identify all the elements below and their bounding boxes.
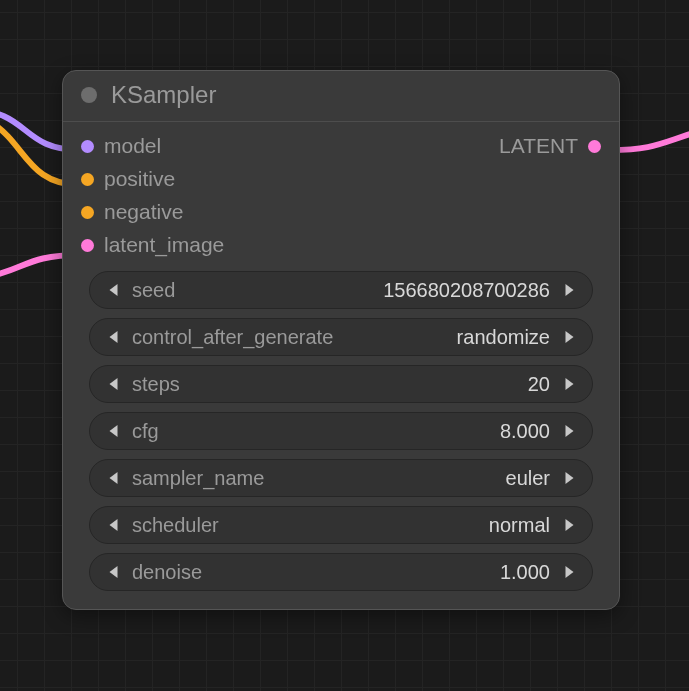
params-list: seed 156680208700286 control_after_gener…	[77, 267, 605, 591]
port-label: negative	[104, 200, 183, 224]
port-dot-icon	[81, 173, 94, 186]
param-name: denoise	[132, 561, 202, 584]
stepper-increment-icon[interactable]	[560, 424, 578, 438]
stepper-decrement-icon[interactable]	[104, 518, 122, 532]
param-control-after-generate[interactable]: control_after_generate randomize	[89, 318, 593, 356]
port-label: LATENT	[499, 134, 578, 158]
stepper-decrement-icon[interactable]	[104, 471, 122, 485]
param-name: steps	[132, 373, 180, 396]
param-name: scheduler	[132, 514, 219, 537]
param-seed[interactable]: seed 156680208700286	[89, 271, 593, 309]
param-name: sampler_name	[132, 467, 264, 490]
param-steps[interactable]: steps 20	[89, 365, 593, 403]
param-denoise[interactable]: denoise 1.000	[89, 553, 593, 591]
node-body: model positive negative latent_image	[63, 122, 619, 609]
param-name: control_after_generate	[132, 326, 333, 349]
param-value[interactable]: randomize	[343, 326, 550, 349]
ports: model positive negative latent_image	[77, 134, 605, 267]
ksampler-node[interactable]: KSampler model positive negative l	[62, 70, 620, 610]
param-scheduler[interactable]: scheduler normal	[89, 506, 593, 544]
stepper-increment-icon[interactable]	[560, 330, 578, 344]
port-dot-icon	[81, 206, 94, 219]
param-value[interactable]: euler	[274, 467, 550, 490]
stepper-increment-icon[interactable]	[560, 565, 578, 579]
param-cfg[interactable]: cfg 8.000	[89, 412, 593, 450]
port-dot-icon	[81, 140, 94, 153]
port-dot-icon	[588, 140, 601, 153]
port-label: positive	[104, 167, 175, 191]
stepper-increment-icon[interactable]	[560, 377, 578, 391]
output-port-latent[interactable]: LATENT	[499, 134, 601, 158]
stepper-increment-icon[interactable]	[560, 518, 578, 532]
param-sampler-name[interactable]: sampler_name euler	[89, 459, 593, 497]
stepper-decrement-icon[interactable]	[104, 377, 122, 391]
stepper-increment-icon[interactable]	[560, 283, 578, 297]
param-value[interactable]: 8.000	[169, 420, 550, 443]
input-port-latent-image[interactable]: latent_image	[81, 233, 224, 257]
param-value[interactable]: 1.000	[212, 561, 550, 584]
input-port-model[interactable]: model	[81, 134, 224, 158]
stepper-decrement-icon[interactable]	[104, 565, 122, 579]
node-title: KSampler	[111, 81, 216, 109]
param-value[interactable]: 20	[190, 373, 550, 396]
stepper-increment-icon[interactable]	[560, 471, 578, 485]
input-port-positive[interactable]: positive	[81, 167, 224, 191]
stepper-decrement-icon[interactable]	[104, 330, 122, 344]
param-name: seed	[132, 279, 175, 302]
input-port-negative[interactable]: negative	[81, 200, 224, 224]
param-name: cfg	[132, 420, 159, 443]
node-collapse-dot-icon[interactable]	[81, 87, 97, 103]
port-label: latent_image	[104, 233, 224, 257]
output-ports: LATENT	[499, 134, 601, 257]
port-dot-icon	[81, 239, 94, 252]
input-ports: model positive negative latent_image	[81, 134, 224, 257]
stepper-decrement-icon[interactable]	[104, 424, 122, 438]
param-value[interactable]: 156680208700286	[185, 279, 550, 302]
port-label: model	[104, 134, 161, 158]
param-value[interactable]: normal	[229, 514, 550, 537]
node-header[interactable]: KSampler	[63, 71, 619, 122]
stepper-decrement-icon[interactable]	[104, 283, 122, 297]
